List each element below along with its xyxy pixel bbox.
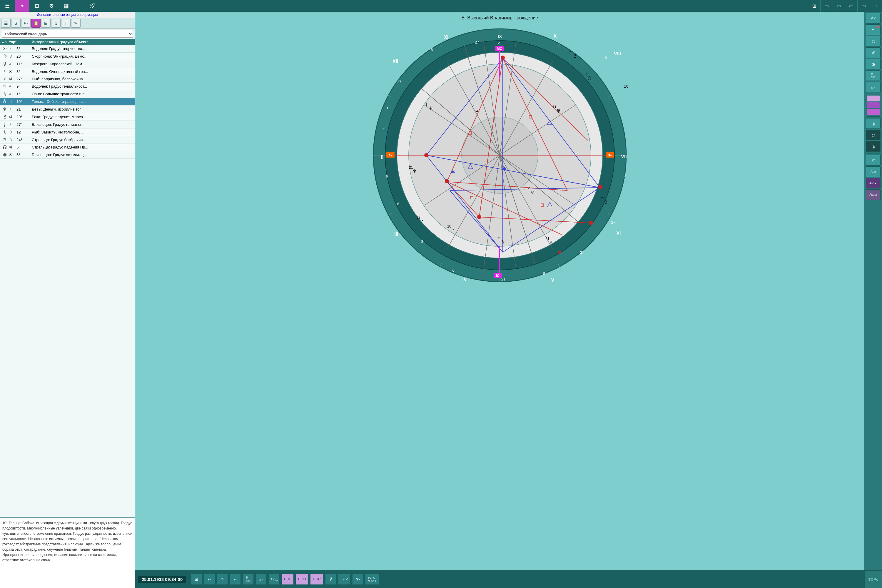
planet-symbol: ⛢ [1, 99, 8, 104]
svg-text:27: 27 [580, 250, 584, 255]
col-uprav: Упр° [9, 40, 16, 44]
svg-text:♂: ♂ [420, 219, 424, 224]
table-row[interactable]: ♂♃27°Рыб: Капризная, беспокойна... [0, 75, 135, 82]
uprav-symbol: ♀ [9, 46, 16, 51]
bb-grid-btn[interactable]: ⊞ [191, 574, 202, 585]
interp-text: Водолея: Очень активный гра... [32, 69, 134, 74]
planet-symbol: ♀ [1, 69, 8, 74]
rp-swatch-3[interactable] [867, 109, 880, 115]
calendar-dropdown[interactable]: Тэбоический календарь [2, 30, 133, 38]
bb-return-btn[interactable]: ↺ [217, 574, 228, 585]
house-iii-label: III [394, 232, 398, 237]
bb-dots-btn[interactable]: •• [204, 574, 215, 585]
tb-grid-btn[interactable]: ⊞ [41, 19, 51, 28]
uprav-symbol: ♀ [9, 122, 16, 127]
view-quad-btn[interactable]: ▭ [857, 0, 870, 12]
tb-house-btn[interactable]: Hs [21, 19, 31, 28]
table-row[interactable]: ♀☉3°Водолея: Очень активный гра... [0, 68, 135, 75]
tb-planet-btn[interactable]: ⚳ [11, 19, 21, 28]
table-row[interactable]: ♃♂9°Водолея: Градус гениальност... [0, 82, 135, 90]
rp-swatch-1[interactable] [867, 96, 880, 101]
bb-down-btn[interactable]: ⊽ [325, 574, 336, 585]
rp-grid-btn[interactable]: ✕✕ [866, 13, 880, 24]
table-row[interactable]: ♄♂1°Овна: Большие трудности и п... [0, 90, 135, 98]
rp-aspect-btn[interactable]: △♂ [866, 82, 880, 92]
rp-swatch-2[interactable] [867, 102, 880, 108]
table-row[interactable]: ⚸♀27°Близнецов: Градус гениальн... [0, 121, 135, 129]
bb-arrow-btn[interactable]: ← [230, 574, 241, 585]
degree: 1° [16, 92, 31, 96]
bb-hor-btn[interactable]: HOR [310, 574, 323, 585]
bb-hsys-btn[interactable]: Hsys [243, 574, 254, 585]
rp-circle3-btn[interactable]: ◎ [866, 130, 880, 140]
table-row[interactable]: ☿♂11°Козерога: Королевский. Пом... [0, 60, 135, 68]
svg-point-54 [598, 185, 602, 189]
view-split-btn[interactable]: ▭ [832, 0, 845, 12]
rp-halfcircle-btn[interactable]: ◑ [866, 59, 880, 69]
uprav-symbol: ♀ [9, 107, 16, 111]
menu-button[interactable]: ☰ [0, 0, 15, 12]
svg-text:27: 27 [611, 220, 615, 225]
table-row[interactable]: ☽☽26°Скорпиона: Эмиграция. Демо... [0, 52, 135, 60]
rp-asc-btn[interactable]: Asc [866, 166, 880, 177]
rp-dots-btn[interactable]: •• [866, 24, 880, 35]
settings-button[interactable]: ⚙ [44, 0, 59, 12]
rp-hsys-btn[interactable]: Hsys [866, 70, 880, 81]
view-triple-btn[interactable]: ▭ [845, 0, 857, 12]
bb-aspect-btn[interactable]: △♂ [255, 574, 267, 585]
svg-text:12: 12 [416, 216, 420, 220]
rp-divider-2 [867, 116, 880, 117]
bb-forward-btn[interactable]: ≫ [352, 574, 363, 585]
tb-text-btn[interactable]: T [61, 19, 70, 28]
interp-text: Рыб: Капризная, беспокойна... [32, 77, 134, 81]
bb-eql-btn[interactable]: EQL [281, 574, 294, 585]
rp-circle4-btn[interactable]: ◎ [866, 141, 880, 152]
svg-point-58 [589, 221, 593, 225]
astro-chart-svg: ✶ ✶ IX VIII VII VI V IV [368, 23, 632, 288]
bb-asc-btn[interactable]: Asc△ [268, 574, 280, 585]
svg-point-55 [445, 179, 449, 183]
table-row[interactable]: ⊗☉5°Близнецов: Градус экзальтац... [0, 151, 135, 159]
degree: 24° [16, 138, 31, 142]
tb-info-btn[interactable]: ℹ [51, 19, 61, 28]
svg-text:6: 6 [386, 174, 388, 178]
table-row[interactable]: ☊♃5°Стрельца: Градус падения Пр... [0, 144, 135, 151]
table-row[interactable]: ⚻☽24°Стрельца: Градус безбрачия... [0, 136, 135, 144]
view-single-btn[interactable]: ▭ [820, 0, 832, 12]
degree: 5° [16, 153, 31, 157]
uprav-symbol: ♃ [9, 115, 16, 119]
rp-circle2-btn[interactable]: ◎ [866, 118, 880, 129]
bb-topo-btn[interactable]: TOPOH_SYS [365, 574, 379, 585]
bb-112-btn[interactable]: 1-12 [338, 574, 351, 585]
interp-text: Близнецов: Градус гениальн... [32, 122, 134, 127]
rp-asc3-btn[interactable]: Asc◎ [866, 189, 880, 200]
tb-table-btn[interactable]: 📋 [31, 19, 40, 28]
table-row[interactable]: ♇♃29°Рака: Градус падения Марса... [0, 113, 135, 121]
grid-button[interactable]: ⊞ [29, 0, 44, 12]
svg-text:♃: ♃ [475, 108, 479, 114]
rp-asc2-btn[interactable]: Asc▲ [866, 178, 880, 189]
svg-text:21: 21 [409, 165, 413, 170]
rp-return-btn[interactable]: ↺ [866, 47, 880, 58]
exit-btn[interactable]: → [870, 0, 882, 12]
interp-text: Девы: Деньги, изобилие тог... [32, 107, 134, 111]
rp-circle-btn[interactable]: ◎ [866, 36, 880, 46]
chart-button[interactable]: ▦ [59, 0, 74, 12]
table-row[interactable]: ⛢☽10°Тельца: Собака, играющая с... [0, 98, 135, 105]
bb-equ-btn[interactable]: EQU [296, 574, 308, 585]
uprav-symbol: ☽ [9, 99, 16, 104]
view-grid-btn[interactable]: ⊞ [808, 0, 820, 12]
house-viii-label: VIII [614, 51, 621, 56]
svg-text:♆: ♆ [412, 169, 417, 174]
rp-arrow-btn[interactable]: ▽ [866, 155, 880, 165]
svg-text:♇: ♇ [573, 54, 577, 58]
table-row[interactable]: ☉♀5°Водолея: Градус творчества,... [0, 45, 135, 52]
degree: 3° [16, 69, 31, 74]
degree: 5° [16, 46, 31, 51]
svg-text:♄: ♄ [429, 106, 433, 111]
table-row[interactable]: ⚷☽12°Рыб: Зависть, честолюбие, ... [0, 129, 135, 136]
planet-button[interactable]: ✦ [15, 0, 29, 12]
tb-edit-btn[interactable]: ✎ [71, 19, 81, 28]
tb-list-btn[interactable]: ☰ [1, 19, 10, 28]
table-row[interactable]: ♆♀21°Девы: Деньги, изобилие тог... [0, 105, 135, 113]
